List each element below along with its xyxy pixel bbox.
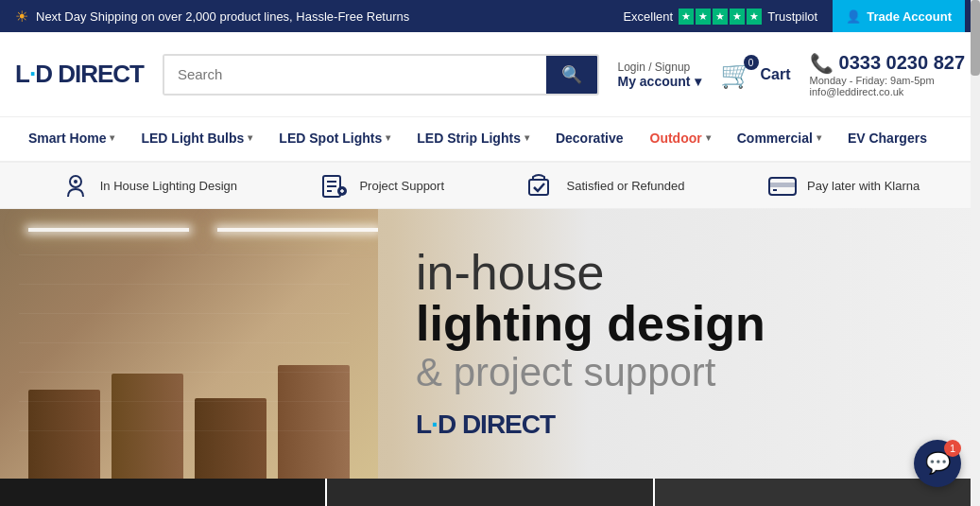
chevron-down-icon: ▾ [706, 132, 711, 143]
shipping-text: Next Day Shipping on over 2,000 product … [36, 9, 409, 24]
star-5: ★ [747, 9, 762, 25]
phone-area: 📞 0333 0230 827 Monday - Friday: 9am-5pm… [810, 52, 965, 97]
chat-badge: 1 [944, 440, 961, 457]
account-my-label: My account ▾ [618, 74, 701, 89]
column-1 [28, 390, 100, 479]
phone-email: info@leddirect.co.uk [810, 86, 904, 97]
star-4: ★ [730, 9, 745, 25]
chevron-down-icon: ▾ [110, 132, 114, 143]
trustpilot-stars: ★ ★ ★ ★ ★ [679, 9, 762, 25]
phone-icon: 📞 [810, 52, 834, 75]
feature-satisfied: Satisfied or Refunded [527, 172, 685, 199]
feature-klarna-label: Pay later with Klarna [807, 179, 920, 193]
trustpilot-brand: Trustpilot [767, 9, 817, 24]
star-3: ★ [713, 9, 728, 25]
sun-icon: ☀ [15, 8, 28, 26]
trustpilot: Excellent ★ ★ ★ ★ ★ Trustpilot [623, 9, 817, 25]
shipping-notice: ☀ Next Day Shipping on over 2,000 produc… [15, 8, 409, 26]
svg-point-1 [74, 180, 77, 183]
scrollbar[interactable] [971, 0, 980, 506]
svg-rect-9 [529, 180, 548, 195]
account-area[interactable]: Login / Signup My account ▾ [618, 61, 701, 89]
column-4 [278, 365, 350, 479]
main-nav: Smart Home ▾ LED Light Bulbs ▾ LED Spot … [0, 117, 980, 163]
chevron-down-icon: ▾ [386, 132, 390, 143]
hero-lights [28, 228, 378, 232]
nav-item-led-light-bulbs[interactable]: LED Light Bulbs ▾ [128, 117, 266, 161]
trade-account-icon: 👤 [846, 9, 861, 24]
nav-item-ev-chargers[interactable]: EV Chargers [834, 117, 940, 161]
nav-item-led-spot-lights[interactable]: LED Spot Lights ▾ [266, 117, 404, 161]
scroll-thumb[interactable] [971, 0, 980, 76]
satisfied-icon [527, 172, 558, 199]
hero-columns [0, 317, 378, 479]
header-right: Login / Signup My account ▾ 🛒 0 Cart 📞 0… [618, 52, 966, 97]
account-login: Login / Signup [618, 61, 691, 74]
cart-area[interactable]: 🛒 0 Cart [720, 59, 791, 90]
hero-text: in-house lighting design & project suppo… [378, 219, 980, 468]
chevron-down-icon: ▾ [524, 132, 529, 143]
hero-image [0, 209, 378, 479]
feature-in-house: In House Lighting Design [60, 172, 237, 199]
chevron-down-icon: ▾ [248, 132, 252, 143]
trustpilot-label: Excellent [623, 9, 673, 24]
logo[interactable]: L·D DIRECT [15, 60, 144, 89]
svg-rect-11 [769, 183, 796, 187]
hero-logo: L·D DIRECT [416, 410, 555, 439]
star-1: ★ [679, 9, 694, 25]
feature-project-support: Project Support [319, 172, 444, 199]
hero-line-2: lighting design [416, 297, 942, 351]
chevron-down-icon: ▾ [817, 132, 821, 143]
chat-button[interactable]: 💬 1 [914, 440, 961, 487]
hero-logo-area: L·D DIRECT [416, 410, 942, 440]
star-2: ★ [696, 9, 711, 25]
feature-project-support-label: Project Support [359, 179, 444, 193]
header: L·D DIRECT 🔍 Login / Signup My account ▾… [0, 32, 980, 117]
hero-banner: in-house lighting design & project suppo… [0, 209, 980, 479]
nav-item-commercial[interactable]: Commercial ▾ [724, 117, 834, 161]
in-house-icon [60, 172, 91, 199]
feature-bar: In House Lighting Design Project Support… [0, 163, 980, 209]
product-grid [0, 479, 980, 506]
klarna-icon [767, 172, 798, 199]
column-2 [112, 374, 183, 479]
product-tile-2[interactable] [327, 479, 652, 506]
light-bar-1 [28, 228, 189, 232]
cart-icon-wrap: 🛒 0 [720, 59, 753, 90]
nav-item-led-strip-lights[interactable]: LED Strip Lights ▾ [404, 117, 542, 161]
hero-line-3: & project support [416, 351, 942, 394]
top-bar-right: Excellent ★ ★ ★ ★ ★ Trustpilot 👤 Trade A… [623, 0, 965, 32]
nav-item-outdoor[interactable]: Outdoor ▾ [637, 117, 724, 161]
top-bar: ☀ Next Day Shipping on over 2,000 produc… [0, 0, 980, 32]
phone-number: 📞 0333 0230 827 [810, 52, 965, 75]
feature-klarna: Pay later with Klarna [767, 172, 920, 199]
product-tile-1[interactable] [0, 479, 325, 506]
chevron-down-icon: ▾ [695, 74, 701, 89]
hero-line-1: in-house [416, 248, 942, 297]
search-bar: 🔍 [163, 54, 599, 96]
feature-in-house-label: In House Lighting Design [100, 179, 237, 193]
search-button[interactable]: 🔍 [546, 56, 597, 94]
project-support-icon [319, 172, 350, 199]
logo-text: L·D DIRECT [15, 60, 144, 88]
nav-item-smart-home[interactable]: Smart Home ▾ [15, 117, 128, 161]
light-bar-2 [217, 228, 378, 232]
feature-satisfied-label: Satisfied or Refunded [567, 179, 685, 193]
search-input[interactable] [164, 56, 546, 94]
trade-account-button[interactable]: 👤 Trade Account [833, 0, 965, 32]
search-icon: 🔍 [561, 65, 582, 84]
cart-label: Cart [761, 66, 791, 83]
cart-badge: 0 [744, 55, 759, 70]
column-3 [195, 398, 266, 480]
trade-account-label: Trade Account [867, 9, 952, 24]
phone-hours: Monday - Friday: 9am-5pm [810, 75, 935, 86]
nav-item-decorative[interactable]: Decorative [542, 117, 637, 161]
